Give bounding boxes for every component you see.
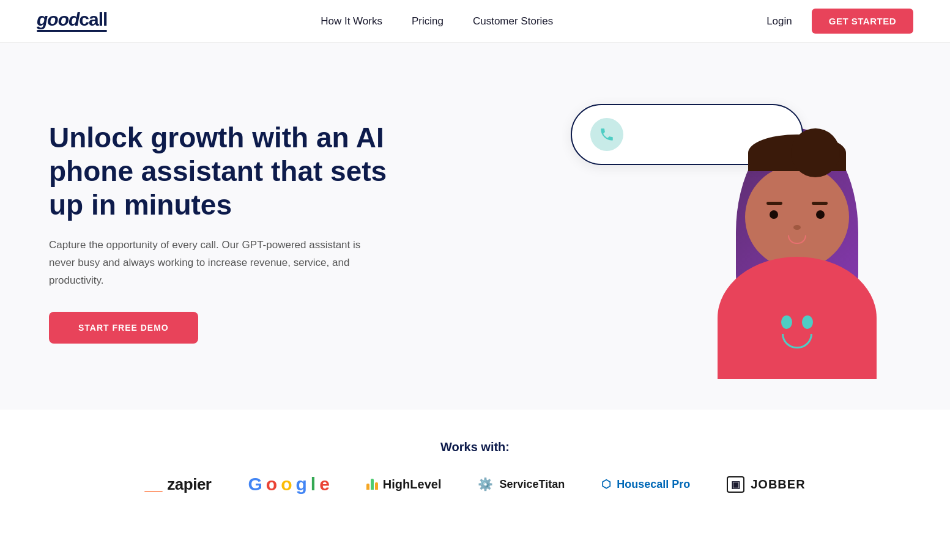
google-o1: o — [266, 474, 277, 495]
demo-button[interactable]: START FREE DEMO — [49, 312, 198, 344]
highlevel-logo: HighLevel — [366, 477, 442, 492]
login-link[interactable]: Login — [766, 15, 792, 28]
housecallpro-icon: ⬡ — [601, 477, 611, 491]
works-with-section: Works with: __ zapier Google HighLevel ⚙… — [0, 410, 950, 519]
nav-link-how-it-works[interactable]: How It Works — [321, 15, 382, 28]
face-eyebrows — [766, 202, 828, 205]
zapier-label: zapier — [167, 475, 211, 494]
get-started-button[interactable]: GET STARTED — [812, 9, 913, 34]
face-eye-left — [770, 210, 778, 219]
hl-bar-1 — [366, 484, 369, 490]
works-with-title: Works with: — [37, 440, 913, 454]
google-g2: g — [296, 474, 307, 495]
partner-logos: __ zapier Google HighLevel ⚙️ ServiceTit… — [37, 474, 913, 495]
body-eye-left — [781, 315, 792, 329]
jobber-label: JOBBER — [751, 477, 805, 492]
avatar-head — [745, 165, 849, 269]
nav-links: How It Works Pricing Customer Stories — [321, 15, 553, 28]
hero-left: Unlock growth with an AI phone assistant… — [49, 121, 404, 344]
logo[interactable]: goodcall — [37, 10, 107, 32]
face-eyebrow-left — [766, 202, 782, 205]
body-eyes — [773, 315, 822, 329]
navbar: goodcall How It Works Pricing Customer S… — [0, 0, 950, 43]
face-eyebrow-right — [812, 202, 828, 205]
google-e: e — [319, 474, 330, 495]
body-face — [773, 315, 822, 348]
highlevel-icon — [366, 479, 378, 490]
nav-link-pricing[interactable]: Pricing — [412, 15, 443, 28]
body-smile — [782, 334, 812, 348]
nav-link-customer-stories[interactable]: Customer Stories — [473, 15, 553, 28]
servicetitan-icon: ⚙️ — [478, 477, 493, 492]
hero-subtitle: Capture the opportunity of every call. O… — [49, 237, 367, 290]
hair-bun — [791, 128, 840, 177]
highlevel-label: HighLevel — [383, 477, 442, 492]
hero-illustration — [546, 86, 901, 379]
google-o2: o — [281, 474, 292, 495]
servicetitan-logo: ⚙️ ServiceTitan — [478, 477, 565, 492]
face-nose — [793, 225, 801, 230]
hl-bar-3 — [375, 482, 378, 490]
face-mouth — [788, 235, 806, 244]
jobber-logo: ▣ JOBBER — [727, 476, 805, 493]
google-G: G — [248, 474, 262, 495]
google-l: l — [311, 474, 316, 495]
zapier-logo: __ zapier — [144, 475, 211, 494]
housecallpro-logo: ⬡ Housecall Pro — [601, 477, 690, 491]
hero-section: Unlock growth with an AI phone assistant… — [0, 43, 950, 410]
zapier-icon: __ — [144, 475, 162, 494]
jobber-icon: ▣ — [727, 476, 744, 493]
body-eye-right — [802, 315, 813, 329]
google-logo: Google — [248, 474, 330, 495]
avatar-body — [718, 257, 877, 379]
housecallpro-label: Housecall Pro — [617, 478, 690, 491]
phone-icon — [599, 127, 615, 142]
phone-icon-circle — [590, 118, 623, 151]
face-eye-right — [816, 210, 825, 219]
face-eyes-row — [770, 210, 825, 219]
nav-right: Login GET STARTED — [766, 9, 913, 34]
hl-bar-2 — [371, 479, 374, 490]
servicetitan-label: ServiceTitan — [499, 478, 565, 491]
hero-title: Unlock growth with an AI phone assistant… — [49, 121, 404, 223]
